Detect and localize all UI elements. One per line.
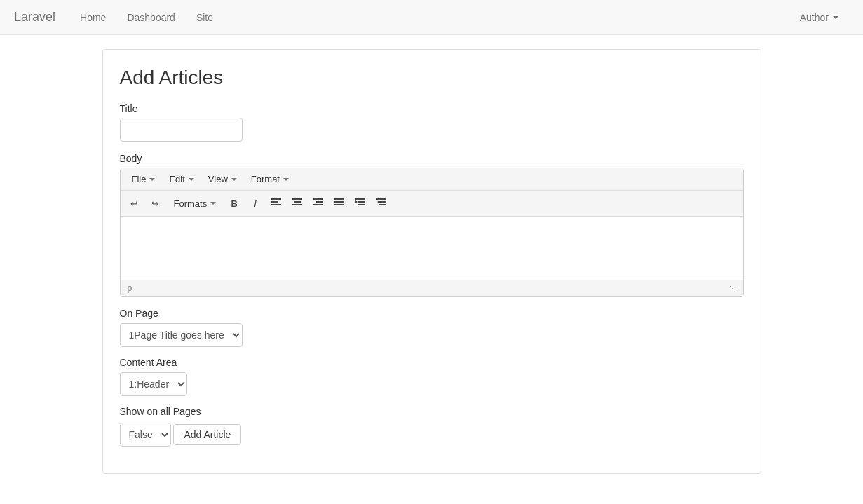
align-center-button[interactable]	[287, 193, 307, 213]
justify-icon	[334, 198, 344, 209]
format-menu-caret-icon	[283, 178, 289, 181]
nav-home[interactable]: Home	[69, 0, 116, 35]
align-left-button[interactable]	[266, 193, 286, 213]
bold-button[interactable]: B	[224, 193, 244, 213]
svg-marker-19	[377, 200, 379, 203]
body-label: Body	[120, 153, 744, 164]
file-menu-caret-icon	[149, 178, 155, 181]
svg-rect-2	[271, 204, 281, 205]
nav-links: Home Dashboard Site	[69, 0, 789, 35]
page-title: Add Articles	[120, 67, 744, 89]
formats-caret-icon	[210, 202, 216, 205]
content-area-label: Content Area	[120, 357, 744, 368]
svg-rect-6	[313, 198, 323, 200]
undo-button[interactable]: ↩	[125, 193, 144, 213]
svg-rect-9	[334, 198, 344, 200]
svg-rect-1	[271, 201, 278, 203]
svg-marker-15	[355, 200, 358, 203]
justify-button[interactable]	[329, 193, 349, 213]
svg-rect-13	[358, 201, 365, 203]
on-page-select[interactable]: 1Page Title goes here	[120, 323, 243, 347]
undo-icon: ↩	[130, 198, 138, 209]
formats-dropdown[interactable]: Formats	[167, 196, 224, 212]
editor-toolbar: ↩ ↪ Formats B I	[121, 191, 743, 217]
nav-dashboard[interactable]: Dashboard	[116, 0, 186, 35]
svg-rect-14	[358, 204, 365, 205]
align-right-icon	[313, 198, 323, 209]
svg-rect-7	[316, 201, 323, 203]
svg-rect-11	[334, 204, 344, 205]
indent-icon	[355, 198, 365, 209]
italic-button[interactable]: I	[245, 193, 265, 213]
editor-element-indicator: p	[128, 283, 132, 293]
svg-rect-17	[379, 201, 386, 203]
svg-rect-12	[355, 198, 365, 200]
title-input[interactable]	[120, 118, 243, 142]
add-article-button[interactable]: Add Article	[173, 424, 241, 445]
card: Add Articles Title Body File Edit View	[102, 49, 761, 474]
content-area-select[interactable]: 1:Header	[120, 372, 187, 396]
svg-rect-4	[294, 201, 301, 203]
show-on-all-pages-label: Show on all Pages	[120, 406, 744, 417]
show-on-all-pages-select[interactable]: False True	[120, 423, 171, 447]
bold-icon: B	[231, 198, 237, 209]
main-container: Add Articles Title Body File Edit View	[0, 35, 863, 488]
align-right-button[interactable]	[308, 193, 328, 213]
outdent-button[interactable]	[372, 193, 391, 213]
title-label: Title	[120, 103, 744, 114]
navbar-brand[interactable]: Laravel	[14, 10, 55, 25]
navbar: Laravel Home Dashboard Site Author	[0, 0, 863, 35]
editor-menu-edit[interactable]: Edit	[162, 171, 201, 187]
resize-handle-icon[interactable]: ⋱	[729, 285, 736, 292]
svg-rect-8	[313, 204, 323, 205]
editor-menubar: File Edit View Format	[121, 168, 743, 191]
editor-menu-file[interactable]: File	[125, 171, 163, 187]
editor-wrapper: File Edit View Format	[120, 168, 744, 297]
author-label: Author	[800, 12, 829, 23]
align-center-icon	[292, 198, 302, 209]
svg-rect-10	[334, 201, 344, 203]
redo-button[interactable]: ↪	[146, 193, 165, 213]
svg-rect-3	[292, 198, 302, 200]
edit-menu-caret-icon	[189, 178, 194, 181]
on-page-label: On Page	[120, 308, 744, 319]
outdent-icon	[376, 198, 386, 209]
editor-menu-format[interactable]: Format	[244, 171, 296, 187]
editor-body[interactable]	[121, 217, 743, 280]
svg-rect-16	[376, 198, 386, 200]
svg-rect-5	[292, 204, 302, 205]
view-menu-caret-icon	[231, 178, 237, 181]
nav-right: Author	[789, 0, 849, 35]
author-caret-icon	[833, 16, 838, 19]
redo-icon: ↪	[151, 198, 159, 209]
editor-statusbar: p ⋱	[121, 280, 743, 296]
indent-button[interactable]	[351, 193, 370, 213]
align-left-icon	[271, 198, 281, 209]
svg-rect-18	[379, 204, 386, 205]
nav-author[interactable]: Author	[789, 0, 849, 35]
editor-menu-view[interactable]: View	[201, 171, 244, 187]
italic-icon: I	[254, 198, 257, 209]
nav-site[interactable]: Site	[186, 0, 224, 35]
svg-rect-0	[271, 198, 281, 200]
